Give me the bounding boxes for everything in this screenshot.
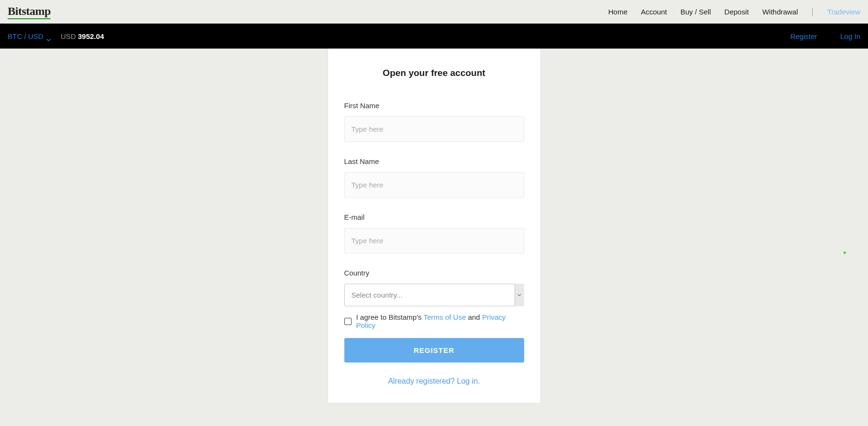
nav-deposit[interactable]: Deposit [724, 8, 749, 16]
country-group: Country Select country... [344, 269, 524, 306]
top-nav: Bitstamp Home Account Buy / Sell Deposit… [0, 0, 868, 24]
first-name-label: First Name [344, 101, 524, 110]
nav-buy-sell[interactable]: Buy / Sell [680, 8, 711, 16]
last-name-label: Last Name [344, 157, 524, 165]
logo[interactable]: Bitstamp [8, 5, 50, 19]
last-name-group: Last Name [344, 157, 524, 198]
sub-nav-right: Register Log In [790, 32, 860, 40]
agree-row: I agree to Bitstamp's Terms of Use and P… [344, 313, 524, 329]
register-card: Open your free account First Name Last N… [327, 49, 541, 403]
login-link-row: Already registered? Log in. [344, 377, 524, 386]
login-link[interactable]: Already registered? Log in. [388, 377, 480, 385]
pair-selector[interactable]: BTC / USD [8, 32, 51, 40]
email-group: E-mail [344, 213, 524, 253]
email-input[interactable] [344, 228, 524, 253]
form-title: Open your free account [344, 68, 524, 78]
status-dot-icon [843, 251, 846, 254]
agree-label: I agree to Bitstamp's Terms of Use and P… [356, 313, 524, 329]
nav-separator [812, 8, 813, 16]
nav-account[interactable]: Account [641, 8, 667, 16]
sub-nav-left: BTC / USD USD 3952.04 [8, 32, 104, 40]
price-value: 3952.04 [78, 32, 104, 40]
last-name-input[interactable] [344, 172, 524, 198]
nav-home[interactable]: Home [608, 8, 628, 16]
price-currency: USD [61, 32, 76, 40]
register-button[interactable]: REGISTER [344, 338, 524, 363]
chevron-down-icon [46, 35, 51, 38]
first-name-input[interactable] [344, 116, 524, 142]
email-label: E-mail [344, 213, 524, 221]
terms-link[interactable]: Terms of Use [424, 313, 466, 321]
country-select-wrapper: Select country... [344, 284, 524, 306]
country-label: Country [344, 269, 524, 277]
nav-links: Home Account Buy / Sell Deposit Withdraw… [608, 8, 860, 16]
main-content: Open your free account First Name Last N… [0, 49, 868, 403]
price-display: USD 3952.04 [61, 32, 104, 40]
agree-and: and [466, 313, 482, 321]
subnav-register[interactable]: Register [790, 32, 817, 40]
nav-withdrawal[interactable]: Withdrawal [762, 8, 798, 16]
first-name-group: First Name [344, 101, 524, 142]
pair-label: BTC / USD [8, 32, 43, 40]
nav-tradeview[interactable]: Tradeview [827, 8, 860, 16]
agree-prefix: I agree to Bitstamp's [356, 313, 424, 321]
country-select[interactable]: Select country... [344, 284, 524, 306]
sub-nav: BTC / USD USD 3952.04 Register Log In [0, 24, 868, 49]
subnav-login[interactable]: Log In [840, 32, 860, 40]
agree-checkbox[interactable] [344, 318, 352, 325]
